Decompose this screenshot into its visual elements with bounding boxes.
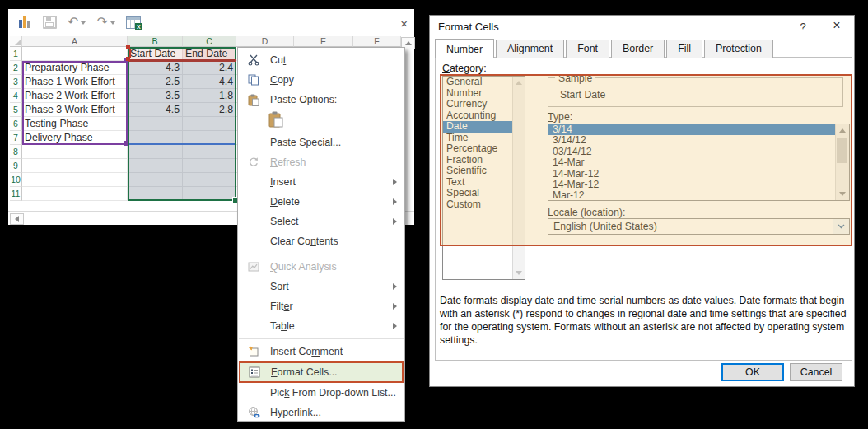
cell-C10[interactable] [183,173,236,187]
cell-A5[interactable]: Phase 3 Work Effort [22,103,128,117]
tab-alignment[interactable]: Alignment [496,40,564,58]
row-header-11[interactable]: 11 [10,187,22,201]
scroll-left-button[interactable] [10,213,24,225]
row-header-3[interactable]: 3 [10,75,22,89]
type-listbox[interactable]: 3/143/14/1203/14/1214-Mar14-Mar-1214-Mar… [548,124,850,201]
cell-A8[interactable] [22,145,128,159]
menu-item-paste-special[interactable]: Paste Special... [238,133,404,152]
cell-B9[interactable] [128,159,183,173]
row-header-2[interactable]: 2 [10,61,22,75]
cell-A1[interactable] [22,47,128,61]
cell-A6[interactable]: Testing Phase [22,117,128,131]
menu-item-pick-from-drop-down-list[interactable]: Pick From Drop-down List... [238,383,404,403]
cell-B1[interactable]: Start Date [128,47,183,61]
row-header-10[interactable]: 10 [10,173,22,187]
cell-B10[interactable] [128,173,183,187]
column-header-B[interactable]: B [128,36,183,47]
tab-font[interactable]: Font [566,40,609,58]
row-header-7[interactable]: 7 [10,131,22,145]
cell-C6[interactable] [183,117,236,131]
menu-item-insert[interactable]: Insert [238,172,404,192]
cell-C1[interactable]: End Date [183,47,236,61]
tab-border[interactable]: Border [611,40,665,58]
type-item-5[interactable]: 14-Mar-12 [548,180,849,190]
menu-item-select[interactable]: Select [238,212,404,231]
category-listbox[interactable]: GeneralNumberCurrencyAccountingDateTimeP… [442,76,525,280]
row-header-8[interactable]: 8 [10,145,22,159]
type-item-0[interactable]: 3/14 [548,124,849,135]
chevron-down-icon[interactable] [833,219,849,234]
paste-option-keep-source-formatting[interactable] [238,110,404,133]
menu-item-filter[interactable]: Filter [238,296,404,316]
type-item-4[interactable]: 14-Mar-12 [548,169,849,180]
cell-B4[interactable]: 3.5 [128,89,183,103]
tab-number[interactable]: Number [435,39,494,58]
category-scrollbar[interactable] [512,77,525,279]
row-header-1[interactable]: 1 [10,47,22,61]
type-item-3[interactable]: 14-Mar [548,157,849,168]
menu-item-sort[interactable]: Sort [238,277,404,296]
cell-C9[interactable] [183,159,236,173]
scrollbar-thumb[interactable] [837,138,847,163]
undo-icon[interactable]: ↶ [68,16,86,29]
cancel-button[interactable]: Cancel [790,363,842,381]
ok-button[interactable]: OK [721,363,784,381]
cell-A7[interactable]: Delivery Phase [22,131,128,145]
cell-C5[interactable]: 2.8 [183,103,236,117]
type-item-6[interactable]: Mar-12 [548,190,849,201]
cell-A10[interactable] [22,173,128,187]
select-all-corner[interactable] [10,36,22,47]
cell-C4[interactable]: 1.8 [183,89,236,103]
menu-item-insert-comment[interactable]: Insert Comment [238,342,404,361]
cell-B3[interactable]: 2.5 [128,75,183,89]
row-header-9[interactable]: 9 [10,159,22,173]
column-header-E[interactable]: E [294,36,353,47]
column-chart-icon[interactable] [18,16,32,29]
tab-protection[interactable]: Protection [704,40,773,58]
cell-C7[interactable] [183,131,236,145]
type-item-2[interactable]: 03/14/12 [548,147,849,157]
cell-C11[interactable] [183,187,236,201]
help-icon[interactable]: ? [789,21,817,33]
cell-C2[interactable]: 2.4 [183,61,236,75]
menu-item-paste-options[interactable]: Paste Options: [238,90,404,110]
menu-item-cut[interactable]: Cut [238,50,404,70]
menu-item-copy[interactable]: Copy [238,70,404,90]
type-item-1[interactable]: 3/14/12 [548,135,849,146]
cell-B11[interactable] [128,187,183,201]
tab-fill[interactable]: Fill [666,40,702,58]
row-header-4[interactable]: 4 [10,89,22,103]
close-icon[interactable]: × [400,17,408,30]
column-header-C[interactable]: C [183,36,236,47]
cell-A9[interactable] [22,159,128,173]
redo-icon[interactable]: ↷ [96,16,114,29]
excel-table-icon[interactable]: X [126,16,141,29]
row-header-5[interactable]: 5 [10,103,22,117]
cell-B7[interactable] [128,131,183,145]
cell-C3[interactable]: 4.4 [183,75,236,89]
cell-A2[interactable]: Preparatory Phase [22,61,128,75]
undo-dropdown-caret[interactable] [81,21,86,25]
menu-item-table[interactable]: Table [238,316,404,336]
cell-A11[interactable] [22,187,128,201]
scroll-down-button[interactable] [836,188,848,200]
type-scrollbar[interactable] [835,124,849,200]
column-header-A[interactable]: A [22,36,128,47]
column-header-D[interactable]: D [236,36,294,47]
cell-A3[interactable]: Phase 1 Work Effort [22,75,128,89]
cell-A4[interactable]: Phase 2 Work Effort [22,89,128,103]
cell-C8[interactable] [183,145,236,159]
cell-B2[interactable]: 4.3 [128,61,183,75]
scroll-up-button[interactable] [836,124,848,137]
save-icon[interactable] [43,16,57,29]
menu-item-format-cells[interactable]: Format Cells... [239,361,404,383]
cell-B6[interactable] [128,117,183,131]
cell-B5[interactable]: 4.5 [128,103,183,117]
menu-item-hyperlink[interactable]: Hyperlink... [238,403,404,422]
cell-B8[interactable] [128,145,183,159]
locale-dropdown[interactable]: English (United States) [548,218,850,235]
menu-item-clear-contents[interactable]: Clear Contents [238,231,404,251]
close-icon[interactable]: × [824,19,850,32]
menu-item-delete[interactable]: Delete [238,192,404,212]
column-header-F[interactable]: F [353,36,401,47]
